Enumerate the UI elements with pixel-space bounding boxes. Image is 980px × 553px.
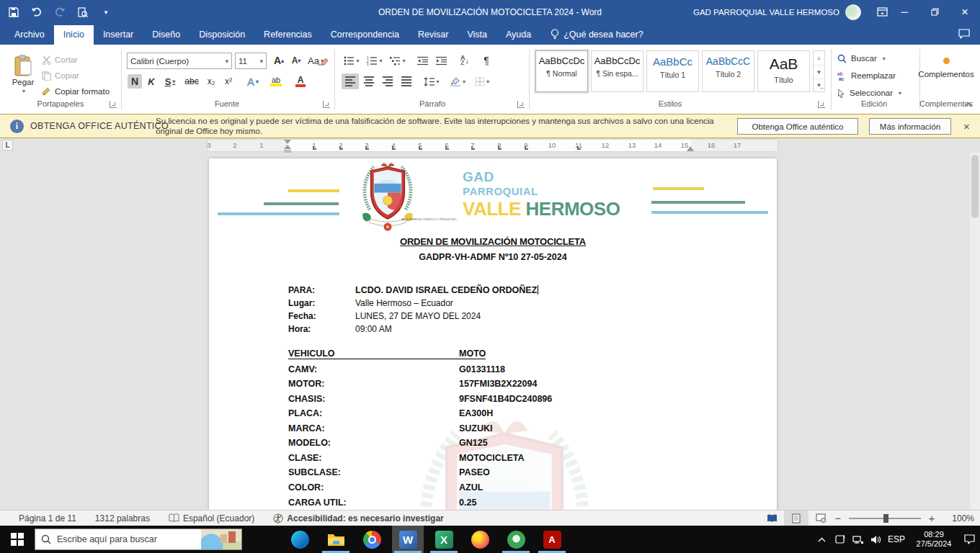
search-input[interactable] [57, 534, 201, 544]
tab-ayuda[interactable]: Ayuda [496, 25, 540, 45]
tell-me-box[interactable]: ¿Qué desea hacer? [551, 29, 643, 45]
highlight-color-button[interactable]: ab [265, 73, 287, 89]
clear-formatting-button[interactable] [314, 53, 331, 68]
start-button[interactable] [0, 526, 35, 553]
tray-tablet-mode-icon[interactable] [834, 533, 847, 546]
zoom-in-button[interactable]: + [927, 512, 937, 524]
taskbar-acrobat-icon[interactable]: A [536, 526, 568, 553]
taskbar-green-browser-icon[interactable] [500, 526, 532, 553]
tray-chevron-up-icon[interactable] [816, 533, 829, 546]
taskbar-firefox-icon[interactable] [464, 526, 496, 553]
get-genuine-office-button[interactable]: Obtenga Office auténtico [737, 118, 858, 135]
undo-button[interactable] [29, 4, 45, 20]
paragraph-dialog-launcher[interactable] [517, 101, 525, 108]
style-titulo-2[interactable]: AaBbCcC Título 2 [702, 50, 754, 92]
tab-insertar[interactable]: Insertar [94, 25, 143, 45]
taskbar-word-icon[interactable]: W [392, 526, 424, 553]
tab-referencias[interactable]: Referencias [254, 25, 321, 45]
styles-gallery-more-button[interactable]: ▼̲ [814, 78, 824, 91]
grow-font-button[interactable]: A▴ [271, 53, 287, 68]
customize-quick-access-icon[interactable]: ▾ [98, 4, 114, 20]
font-size-combobox[interactable]: 11 ▾ [235, 53, 267, 69]
borders-button[interactable]: ▾ [471, 73, 493, 89]
style-sin-espaciado[interactable]: AaBbCcDc ¶ Sin espa... [591, 50, 643, 92]
font-dialog-launcher[interactable] [323, 101, 330, 108]
scrollbar-thumb[interactable] [971, 155, 979, 218]
font-name-combobox[interactable]: Calibri (Cuerpo) ▾ [127, 53, 232, 69]
styles-scroll-down-button[interactable]: ▼ [814, 65, 824, 78]
multilevel-list-button[interactable]: ▾ [388, 53, 408, 68]
print-preview-button[interactable] [75, 4, 91, 20]
accessibility-status[interactable]: Accesibilidad: es necesario investigar [273, 513, 443, 523]
tab-disposicion[interactable]: Disposición [190, 25, 254, 45]
show-paragraph-marks-button[interactable]: ¶ [478, 53, 494, 68]
ribbon-display-options-icon[interactable] [877, 7, 888, 17]
restore-button[interactable] [919, 0, 950, 24]
minimize-button[interactable]: ─ [889, 0, 919, 24]
word-count[interactable]: 1312 palabras [95, 513, 150, 523]
more-info-button[interactable]: Más información [869, 118, 951, 135]
taskbar-excel-icon[interactable]: X [428, 526, 460, 553]
search-highlight-image[interactable] [201, 529, 241, 550]
tray-clock[interactable]: 08:29 27/5/2024 [910, 530, 958, 549]
align-right-button[interactable] [379, 73, 396, 89]
justify-button[interactable] [398, 73, 415, 89]
tab-archivo[interactable]: Archivo [0, 25, 54, 45]
sort-button[interactable]: AZ ↓ [455, 53, 474, 68]
find-button[interactable]: Buscar ▾ [837, 50, 902, 66]
format-painter-button[interactable]: Copiar formato [42, 84, 120, 99]
taskbar-chrome-icon[interactable] [356, 526, 388, 553]
subscript-button[interactable]: x₂ [203, 73, 219, 89]
bullets-button[interactable]: ▾ [342, 53, 362, 68]
zoom-slider[interactable] [849, 518, 921, 519]
account-area[interactable]: GAD PARROQUIAL VALLE HERMOSO [693, 0, 888, 24]
increase-indent-button[interactable] [432, 53, 450, 68]
tray-language-indicator[interactable]: ESP [888, 534, 905, 544]
redo-button[interactable] [52, 4, 68, 20]
text-effects-button[interactable]: A▾ [242, 73, 264, 89]
tab-inicio[interactable]: Inicio [54, 25, 94, 45]
indent-marker[interactable] [284, 140, 291, 153]
tab-revisar[interactable]: Revisar [409, 25, 458, 45]
superscript-button[interactable]: x² [220, 73, 236, 89]
taskbar-file-explorer-icon[interactable] [320, 526, 352, 553]
style-titulo[interactable]: AaB Título [757, 50, 810, 92]
zoom-slider-thumb[interactable] [883, 514, 888, 523]
strikethrough-button[interactable]: abc [182, 73, 202, 89]
close-warning-icon[interactable]: × [963, 120, 970, 132]
print-layout-button[interactable] [784, 511, 808, 526]
right-indent-marker[interactable] [687, 146, 694, 151]
align-center-button[interactable] [360, 73, 378, 89]
tab-diseno[interactable]: Diseño [143, 25, 190, 45]
style-normal[interactable]: AaBbCcDc ¶ Normal [535, 50, 588, 92]
tab-vista[interactable]: Vista [458, 25, 496, 45]
proofing-status[interactable]: Español (Ecuador) [169, 513, 254, 523]
font-color-button[interactable]: A [290, 73, 311, 89]
italic-button[interactable]: K [144, 73, 159, 89]
styles-scroll-up-button[interactable]: ▲ [814, 51, 824, 65]
vertical-scrollbar[interactable] [970, 153, 980, 510]
tray-volume-icon[interactable] [870, 533, 883, 546]
styles-dialog-launcher[interactable] [818, 101, 825, 108]
taskbar-search-box[interactable] [35, 529, 242, 550]
collapse-ribbon-button[interactable] [963, 96, 974, 112]
line-spacing-button[interactable]: ▾ [421, 73, 442, 89]
zoom-out-button[interactable]: − [833, 512, 843, 524]
decrease-indent-button[interactable] [414, 53, 431, 68]
align-left-button[interactable] [342, 73, 359, 89]
read-mode-button[interactable] [760, 511, 784, 526]
tab-correspondencia[interactable]: Correspondencia [321, 25, 409, 45]
page-indicator[interactable]: Página 1 de 11 [19, 513, 76, 523]
style-titulo-1[interactable]: AaBbCc Título 1 [646, 50, 699, 92]
bold-button[interactable]: N [127, 73, 143, 89]
shrink-font-button[interactable]: A▾ [288, 53, 304, 68]
document-page[interactable]: VALLE HERMOSO TURISTICO Y PRODUCTIVO GAD… [209, 158, 777, 510]
select-button[interactable]: Seleccionar ▾ [837, 85, 912, 101]
action-center-icon[interactable] [963, 533, 976, 546]
horizontal-ruler[interactable]: 3 2 1 1 2 3 4 5 6 7 8 9 10 11 12 13 14 1… [207, 139, 778, 152]
comments-icon[interactable] [958, 29, 970, 39]
tab-selector[interactable]: L [2, 140, 13, 150]
zoom-level[interactable]: 100% [944, 513, 974, 523]
underline-button[interactable]: S▾ [160, 73, 180, 89]
web-layout-button[interactable] [808, 511, 833, 526]
